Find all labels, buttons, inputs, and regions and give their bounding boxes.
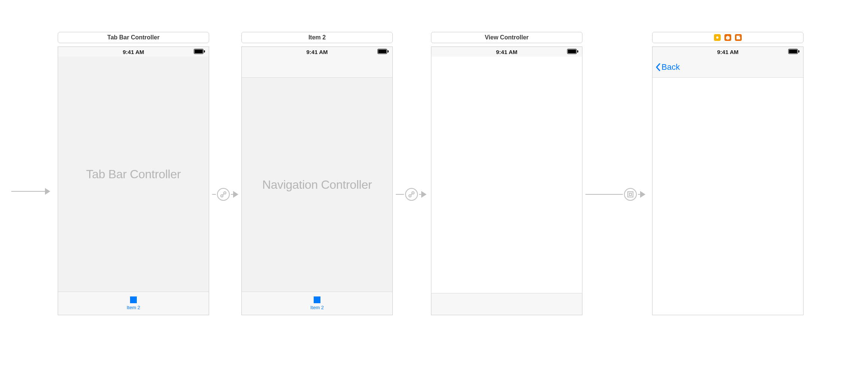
- segue-line: [585, 194, 623, 195]
- battery-icon: [788, 49, 799, 54]
- exit-icon[interactable]: [735, 34, 742, 41]
- svg-line-2: [223, 194, 224, 195]
- scene-body: Navigation Controller: [242, 78, 392, 292]
- battery-icon: [567, 49, 578, 54]
- status-time: 9:41 AM: [717, 49, 739, 55]
- scene-phone-frame[interactable]: 9:41 AM Back: [652, 47, 804, 315]
- tab-bar[interactable]: Item 2: [242, 292, 392, 315]
- status-time: 9:41 AM: [307, 49, 328, 55]
- view-controller-icon[interactable]: [714, 34, 721, 41]
- scene-title-bar[interactable]: Tab Bar Controller: [58, 32, 209, 43]
- toolbar[interactable]: [431, 293, 582, 315]
- tab-bar-item[interactable]: Item 2: [127, 296, 140, 310]
- svg-rect-7: [629, 193, 632, 196]
- chevron-left-icon: [655, 63, 661, 71]
- arrowhead-icon: [45, 188, 50, 195]
- svg-rect-6: [628, 192, 633, 197]
- segue-relationship-icon: [405, 188, 418, 201]
- navigation-bar[interactable]: [242, 57, 392, 78]
- placeholder-label: Navigation Controller: [262, 178, 372, 192]
- arrowhead-icon: [640, 191, 645, 198]
- arrowhead-icon: [233, 191, 238, 198]
- scene-body[interactable]: [652, 78, 803, 315]
- status-bar: 9:41 AM: [58, 47, 209, 57]
- battery-icon: [377, 49, 389, 54]
- status-time: 9:41 AM: [496, 49, 518, 55]
- scene-title-label: Item 2: [308, 34, 326, 41]
- segue-line: [212, 194, 216, 195]
- arrowhead-icon: [421, 191, 427, 198]
- segue-relationship-1[interactable]: [212, 188, 238, 201]
- entry-point-arrow[interactable]: [11, 188, 50, 195]
- storyboard-canvas[interactable]: Tab Bar Controller 9:41 AM Tab Bar Contr…: [0, 0, 868, 367]
- segue-show-3[interactable]: [585, 188, 645, 201]
- tab-bar[interactable]: Item 2: [58, 292, 209, 315]
- navigation-bar[interactable]: Back: [652, 57, 803, 78]
- scene-title-bar[interactable]: [652, 32, 804, 43]
- status-time: 9:41 AM: [123, 49, 144, 55]
- scene-phone-frame[interactable]: 9:41 AM Tab Bar Controller Item 2: [58, 47, 209, 315]
- battery-icon: [194, 49, 205, 54]
- segue-line: [11, 191, 45, 192]
- segue-relationship-icon: [217, 188, 230, 201]
- scene-body[interactable]: [431, 57, 582, 293]
- scene-phone-frame[interactable]: 9:41 AM: [431, 47, 582, 315]
- svg-line-5: [411, 194, 412, 195]
- tab-item-icon: [314, 296, 320, 303]
- status-bar: 9:41 AM: [652, 47, 803, 57]
- scene-title-label: View Controller: [485, 34, 528, 41]
- segue-relationship-2[interactable]: [396, 188, 427, 201]
- scene-title-bar[interactable]: Item 2: [241, 32, 393, 43]
- back-button[interactable]: Back: [655, 62, 680, 72]
- status-bar: 9:41 AM: [431, 47, 582, 57]
- tab-item-icon: [130, 296, 137, 303]
- tab-item-label: Item 2: [127, 305, 140, 310]
- first-responder-icon[interactable]: [724, 34, 731, 41]
- segue-show-icon: [624, 188, 637, 201]
- scene-title-label: Tab Bar Controller: [107, 34, 159, 41]
- tab-bar-item[interactable]: Item 2: [310, 296, 324, 310]
- scene-body: Tab Bar Controller: [58, 57, 209, 292]
- tab-item-label: Item 2: [310, 305, 324, 310]
- segue-line: [396, 194, 404, 195]
- scene-phone-frame[interactable]: 9:41 AM Navigation Controller Item 2: [241, 47, 393, 315]
- placeholder-label: Tab Bar Controller: [86, 167, 181, 181]
- status-bar: 9:41 AM: [242, 47, 392, 57]
- scene-title-bar[interactable]: View Controller: [431, 32, 582, 43]
- back-button-label: Back: [661, 62, 680, 72]
